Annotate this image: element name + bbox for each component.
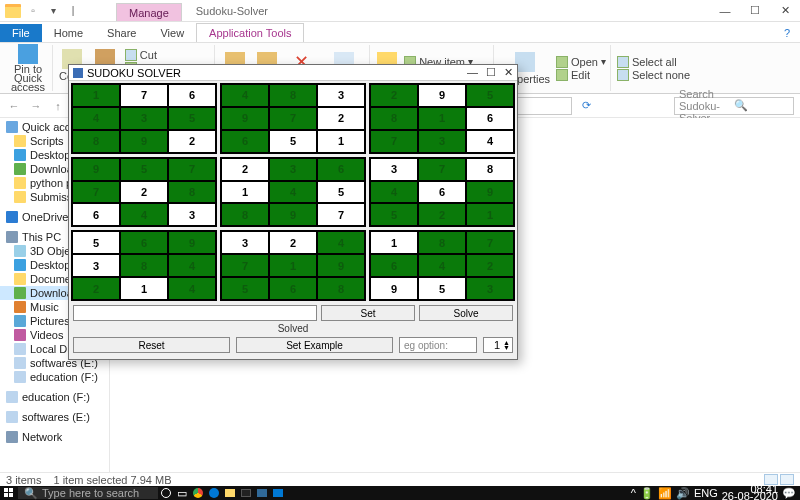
forward-button[interactable]: → bbox=[28, 98, 44, 114]
sudoku-cell[interactable]: 3 bbox=[467, 278, 513, 299]
sudoku-cell[interactable]: 8 bbox=[169, 182, 215, 203]
sudoku-cell[interactable]: 8 bbox=[419, 232, 465, 253]
chrome-icon[interactable] bbox=[190, 486, 206, 500]
sudoku-cell[interactable]: 3 bbox=[419, 131, 465, 152]
sudoku-cell[interactable]: 5 bbox=[222, 278, 268, 299]
tab-view[interactable]: View bbox=[148, 24, 196, 42]
back-button[interactable]: ← bbox=[6, 98, 22, 114]
sudoku-cell[interactable]: 6 bbox=[222, 131, 268, 152]
sudoku-cell[interactable]: 9 bbox=[467, 182, 513, 203]
task-view-icon[interactable]: ▭ bbox=[174, 486, 190, 500]
sudoku-cell[interactable]: 2 bbox=[318, 108, 364, 129]
sudoku-cell[interactable]: 1 bbox=[467, 204, 513, 225]
sudoku-cell[interactable]: 1 bbox=[222, 182, 268, 203]
set-example-button[interactable]: Set Example bbox=[236, 337, 393, 353]
sudoku-cell[interactable]: 2 bbox=[222, 159, 268, 180]
sudoku-cell[interactable]: 4 bbox=[222, 85, 268, 106]
sudoku-cell[interactable]: 1 bbox=[419, 108, 465, 129]
sudoku-cell[interactable]: 9 bbox=[371, 278, 417, 299]
sudoku-cell[interactable]: 4 bbox=[121, 204, 167, 225]
sudoku-close-button[interactable]: ✕ bbox=[504, 66, 513, 79]
solve-button[interactable]: Solve bbox=[419, 305, 513, 321]
tray-wifi-icon[interactable]: 📶 bbox=[658, 487, 672, 500]
set-button[interactable]: Set bbox=[321, 305, 415, 321]
eg-option-field[interactable]: eg option: bbox=[399, 337, 477, 353]
sudoku-cell[interactable]: 7 bbox=[371, 131, 417, 152]
sudoku-cell[interactable]: 4 bbox=[169, 278, 215, 299]
sudoku-cell[interactable]: 9 bbox=[270, 204, 316, 225]
sudoku-cell[interactable]: 5 bbox=[169, 108, 215, 129]
sudoku-cell[interactable]: 9 bbox=[318, 255, 364, 276]
tab-app-tools[interactable]: Application Tools bbox=[196, 23, 304, 42]
edge-icon[interactable] bbox=[206, 486, 222, 500]
tray-volume-icon[interactable]: 🔊 bbox=[676, 487, 690, 500]
terminal-icon[interactable] bbox=[238, 486, 254, 500]
sudoku-cell[interactable]: 8 bbox=[371, 108, 417, 129]
sudoku-input[interactable] bbox=[73, 305, 317, 321]
sudoku-cell[interactable]: 5 bbox=[419, 278, 465, 299]
sudoku-cell[interactable]: 5 bbox=[73, 232, 119, 253]
sudoku-cell[interactable]: 4 bbox=[318, 232, 364, 253]
sudoku-maximize-button[interactable]: ☐ bbox=[486, 66, 496, 79]
explorer-icon[interactable] bbox=[222, 486, 238, 500]
sudoku-cell[interactable]: 5 bbox=[467, 85, 513, 106]
sudoku-cell[interactable]: 2 bbox=[419, 204, 465, 225]
sudoku-cell[interactable]: 1 bbox=[73, 85, 119, 106]
tree-education-f-2[interactable]: education (F:) bbox=[0, 390, 109, 404]
sudoku-cell[interactable]: 6 bbox=[419, 182, 465, 203]
sudoku-cell[interactable]: 9 bbox=[121, 131, 167, 152]
sudoku-cell[interactable]: 2 bbox=[270, 232, 316, 253]
sudoku-cell[interactable]: 3 bbox=[222, 232, 268, 253]
sudoku-cell[interactable]: 3 bbox=[73, 255, 119, 276]
tree-softwares-e-2[interactable]: softwares (E:) bbox=[0, 410, 109, 424]
sudoku-cell[interactable]: 2 bbox=[467, 255, 513, 276]
tree-education-f[interactable]: education (F:) bbox=[0, 370, 109, 384]
sudoku-cell[interactable]: 8 bbox=[467, 159, 513, 180]
vscode-icon[interactable] bbox=[270, 486, 286, 500]
tab-share[interactable]: Share bbox=[95, 24, 148, 42]
sudoku-cell[interactable]: 6 bbox=[371, 255, 417, 276]
sudoku-cell[interactable]: 4 bbox=[73, 108, 119, 129]
sudoku-cell[interactable]: 6 bbox=[169, 85, 215, 106]
sudoku-cell[interactable]: 7 bbox=[121, 85, 167, 106]
sudoku-cell[interactable]: 3 bbox=[270, 159, 316, 180]
tray-battery-icon[interactable]: 🔋 bbox=[640, 487, 654, 500]
sudoku-minimize-button[interactable]: — bbox=[467, 66, 478, 79]
sudoku-cell[interactable]: 4 bbox=[467, 131, 513, 152]
start-button[interactable] bbox=[0, 486, 18, 500]
sudoku-cell[interactable]: 5 bbox=[318, 182, 364, 203]
sudoku-cell[interactable]: 7 bbox=[169, 159, 215, 180]
sudoku-cell[interactable]: 8 bbox=[73, 131, 119, 152]
sudoku-cell[interactable]: 5 bbox=[371, 204, 417, 225]
pin-button[interactable]: Pin to Quick access bbox=[8, 44, 48, 92]
sudoku-cell[interactable]: 3 bbox=[169, 204, 215, 225]
sudoku-cell[interactable]: 2 bbox=[73, 278, 119, 299]
sudoku-cell[interactable]: 6 bbox=[318, 159, 364, 180]
sudoku-cell[interactable]: 1 bbox=[371, 232, 417, 253]
sudoku-cell[interactable]: 6 bbox=[73, 204, 119, 225]
sudoku-cell[interactable]: 6 bbox=[121, 232, 167, 253]
sudoku-cell[interactable]: 5 bbox=[121, 159, 167, 180]
sudoku-cell[interactable]: 6 bbox=[270, 278, 316, 299]
sudoku-cell[interactable]: 5 bbox=[270, 131, 316, 152]
sudoku-cell[interactable]: 8 bbox=[318, 278, 364, 299]
sudoku-cell[interactable]: 7 bbox=[318, 204, 364, 225]
refresh-button[interactable]: ⟳ bbox=[578, 98, 594, 114]
sudoku-cell[interactable]: 1 bbox=[121, 278, 167, 299]
close-button[interactable]: ✕ bbox=[770, 0, 800, 22]
taskbar-search[interactable]: 🔍 Type here to search bbox=[18, 487, 158, 499]
sudoku-titlebar[interactable]: SUDOKU SOLVER — ☐ ✕ bbox=[69, 65, 517, 81]
sudoku-cell[interactable]: 8 bbox=[270, 85, 316, 106]
tab-file[interactable]: File bbox=[0, 24, 42, 42]
sudoku-cell[interactable]: 3 bbox=[121, 108, 167, 129]
sudoku-cell[interactable]: 1 bbox=[318, 131, 364, 152]
sudoku-cell[interactable]: 9 bbox=[169, 232, 215, 253]
tray-notifications-icon[interactable]: 💬 bbox=[782, 487, 796, 500]
select-all-button[interactable]: Select all bbox=[617, 56, 690, 68]
tray-lang[interactable]: ENG bbox=[694, 487, 718, 499]
minimize-button[interactable]: — bbox=[710, 0, 740, 22]
tab-home[interactable]: Home bbox=[42, 24, 95, 42]
sudoku-cell[interactable]: 2 bbox=[371, 85, 417, 106]
tray-clock[interactable]: 08:4126-08-2020 bbox=[722, 486, 778, 500]
sudoku-cell[interactable]: 4 bbox=[419, 255, 465, 276]
